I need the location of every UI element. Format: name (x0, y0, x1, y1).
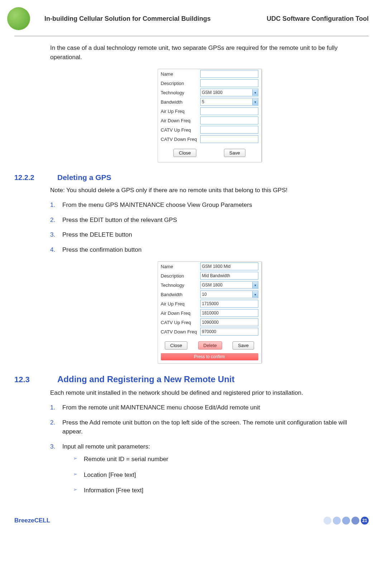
confirm-button[interactable]: Press to confirm (161, 353, 258, 360)
chevron-down-icon: ▾ (252, 89, 258, 96)
input-air-up[interactable]: 1715000 (200, 300, 258, 308)
bullets-list: Remote unit ID = serial number Location … (73, 455, 369, 495)
step-item: 3.Input all remote unit parameters: Remo… (50, 442, 369, 495)
close-button[interactable]: Close (165, 341, 187, 350)
close-button[interactable]: Close (173, 149, 196, 157)
select-technology[interactable]: GSM 1800▾ (200, 89, 258, 96)
select-technology[interactable]: GSM 1800▾ (200, 281, 258, 289)
step-item: 1.From the menu GPS MAINTENANCE choose V… (50, 200, 369, 210)
input-catv-up[interactable] (200, 126, 258, 134)
label-air-up: Air Up Freq (161, 301, 200, 307)
input-catv-down[interactable] (200, 135, 258, 143)
label-description: Description (161, 81, 200, 86)
section-heading: 12.3 Adding and Registering a New Remote… (14, 374, 369, 384)
label-bandwidth: Bandwidth (161, 292, 200, 297)
intro-text: In the case of a dual technology remote … (50, 43, 369, 62)
steps-list-123: 1.From the remote unit MAINTENANCE menu … (50, 403, 369, 495)
page-footer: BreezeCELL 21 (14, 517, 369, 525)
header-right: UDC Software Configuration Tool (267, 15, 369, 23)
step-item: 4.Press the confirmation button (50, 245, 369, 255)
label-name: Name (161, 71, 200, 77)
chevron-down-icon: ▾ (252, 291, 258, 298)
input-air-down[interactable]: 1810000 (200, 309, 258, 317)
label-catv-down: CATV Down Freq (161, 329, 200, 335)
label-catv-down: CATV Down Freq (161, 137, 200, 142)
label-air-down: Air Down Freq (161, 310, 200, 316)
gps-form-filled: NameGSM 1800 Mid DescriptionMid Bandwidt… (158, 261, 262, 364)
subsection-heading: 12.2.2 Deleting a GPS (14, 173, 369, 182)
section-intro: Each remote unit installed in the networ… (50, 389, 369, 397)
steps-list-1222: 1.From the menu GPS MAINTENANCE choose V… (50, 200, 369, 254)
input-air-up[interactable] (200, 107, 258, 115)
label-catv-up: CATV Up Freq (161, 127, 200, 133)
select-bandwidth[interactable]: 5▾ (200, 98, 258, 106)
page-header: In-building Cellular Solution for Commer… (14, 0, 369, 36)
label-air-up: Air Up Freq (161, 109, 200, 114)
page-number: 21 (361, 517, 369, 525)
input-name[interactable]: GSM 1800 Mid (200, 262, 258, 270)
label-name: Name (161, 264, 200, 269)
select-bandwidth[interactable]: 10▾ (200, 290, 258, 298)
input-description[interactable]: Mid Bandwidth (200, 272, 258, 280)
save-button[interactable]: Save (233, 341, 254, 350)
chevron-down-icon: ▾ (252, 99, 258, 105)
input-name[interactable] (200, 70, 258, 78)
step-item: 3.Press the DELETE button (50, 230, 369, 240)
label-air-down: Air Down Freq (161, 118, 200, 123)
gps-form-blank: Name Description TechnologyGSM 1800▾ Ban… (158, 69, 262, 162)
bullet-item: Information [Free text] (73, 486, 369, 495)
label-catv-up: CATV Up Freq (161, 320, 200, 325)
logo-icon (7, 7, 30, 30)
label-technology: Technology (161, 90, 200, 95)
step-item: 1.From the remote unit MAINTENANCE menu … (50, 403, 369, 412)
label-technology: Technology (161, 283, 200, 288)
footer-brand: BreezeCELL (14, 517, 50, 524)
label-bandwidth: Bandwidth (161, 99, 200, 105)
section-title: Adding and Registering a New Remote Unit (57, 374, 235, 384)
bullet-item: Location [Free text] (73, 470, 369, 480)
delete-button[interactable]: Delete (198, 341, 222, 350)
header-left: In-building Cellular Solution for Commer… (44, 15, 211, 23)
input-air-down[interactable] (200, 117, 258, 124)
bullet-item: Remote unit ID = serial number (73, 455, 369, 464)
step-item: 2.Press the Add remote unit button on th… (50, 418, 369, 436)
section-number: 12.3 (14, 375, 47, 384)
input-catv-down[interactable]: 970000 (200, 328, 258, 336)
chevron-down-icon: ▾ (252, 282, 258, 288)
save-button[interactable]: Save (224, 149, 245, 157)
step-item: 2.Press the EDIT button of the relevant … (50, 215, 369, 225)
label-description: Description (161, 273, 200, 279)
input-catv-up[interactable]: 1090000 (200, 318, 258, 326)
subsection-title: Deleting a GPS (57, 173, 111, 182)
note-text: Note: You should delete a GPS only if th… (50, 187, 369, 194)
footer-dots-icon: 21 (324, 517, 369, 525)
input-description[interactable] (200, 79, 258, 87)
subsection-number: 12.2.2 (14, 174, 47, 182)
